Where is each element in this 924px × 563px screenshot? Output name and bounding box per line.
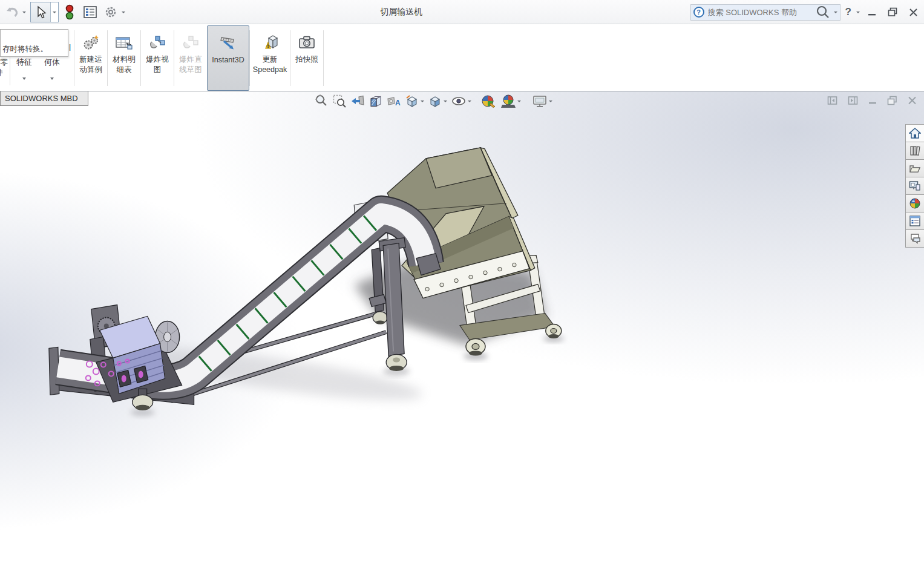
command-list-button[interactable] bbox=[82, 3, 99, 21]
chip-conveyor-model[interactable] bbox=[0, 91, 924, 563]
view-orientation-button[interactable] bbox=[404, 93, 425, 109]
minimize-button[interactable] bbox=[863, 3, 880, 21]
ribbon-button-explode-line-sketch: 爆炸直 线草图 bbox=[174, 25, 207, 91]
caret-down-icon[interactable] bbox=[421, 100, 424, 102]
appearance-sphere-icon bbox=[481, 94, 497, 108]
monitor-icon bbox=[532, 94, 548, 108]
instant3d-icon bbox=[218, 32, 238, 55]
minimize-document-button[interactable] bbox=[868, 96, 877, 105]
select-tool-button[interactable] bbox=[30, 2, 59, 22]
zoom-to-area-button[interactable] bbox=[332, 93, 347, 109]
task-pane-tabs bbox=[905, 125, 924, 248]
taskpane-tab-custom-properties[interactable] bbox=[905, 212, 924, 230]
zoom-to-fit-button[interactable] bbox=[313, 93, 329, 109]
ribbon-button-update-speedpak[interactable]: 更新 Speedpak bbox=[250, 25, 290, 91]
home-icon bbox=[909, 127, 921, 139]
collapse-pane-left-button[interactable] bbox=[827, 96, 837, 105]
list-icon bbox=[84, 6, 97, 18]
ribbon-button-instant3d[interactable]: Instant3D bbox=[207, 25, 249, 91]
ribbon-button-bill-of-materials[interactable]: 材料明 细表 bbox=[108, 25, 140, 91]
restore-document-button[interactable] bbox=[887, 96, 897, 105]
select-tool-dropdown[interactable] bbox=[50, 2, 58, 22]
undo-icon bbox=[5, 5, 19, 19]
properties-form-icon bbox=[909, 215, 921, 227]
zoom-to-area-icon bbox=[332, 94, 347, 108]
search-input[interactable] bbox=[708, 8, 812, 17]
search-dropdown-caret-icon[interactable] bbox=[834, 12, 837, 13]
books-icon bbox=[909, 145, 921, 157]
undo-button[interactable] bbox=[4, 3, 21, 21]
annotation-letter: A bbox=[395, 99, 401, 107]
section-view-icon bbox=[369, 94, 383, 108]
previous-view-button[interactable] bbox=[350, 93, 365, 109]
search-icon[interactable] bbox=[816, 5, 830, 19]
cursor-arrow-icon bbox=[31, 2, 50, 22]
taskpane-tab-file-explorer[interactable] bbox=[905, 159, 924, 177]
help-search-box[interactable]: ? bbox=[690, 4, 840, 21]
taskpane-tab-design-library[interactable] bbox=[905, 142, 924, 160]
speedpak-icon bbox=[260, 31, 280, 54]
ribbon-button-exploded-view[interactable]: 爆炸视 图 bbox=[141, 25, 174, 91]
view-palette-icon bbox=[909, 180, 921, 192]
appearances-sphere-icon bbox=[909, 197, 921, 209]
camera-icon bbox=[297, 31, 316, 54]
gear-icon bbox=[103, 5, 118, 19]
quick-access-toolbar bbox=[4, 0, 128, 24]
ribbon-button-new-motion-study[interactable]: 新建运 动算例 bbox=[74, 25, 107, 91]
caret-down-icon bbox=[22, 77, 26, 80]
previous-view-icon bbox=[350, 94, 365, 108]
display-style-button[interactable] bbox=[427, 93, 448, 109]
caret-down-icon[interactable] bbox=[517, 100, 521, 102]
collapse-pane-right-button[interactable] bbox=[848, 96, 858, 105]
help-circle-icon: ? bbox=[693, 7, 704, 18]
document-window-controls bbox=[827, 96, 917, 105]
eye-icon bbox=[451, 94, 467, 108]
command-manager-ribbon: 零 件 特征 何体 bbox=[0, 25, 924, 91]
taskpane-tab-view-palette[interactable] bbox=[905, 177, 924, 195]
options-dropdown[interactable] bbox=[119, 3, 128, 21]
traffic-light-icon bbox=[65, 4, 74, 21]
caret-down-icon bbox=[53, 12, 56, 13]
explode-line-sketch-icon bbox=[181, 31, 200, 54]
clipped-text-fragment: l bbox=[69, 43, 71, 53]
caret-down-icon[interactable] bbox=[549, 100, 552, 102]
close-document-button[interactable] bbox=[908, 96, 917, 105]
bom-table-icon bbox=[114, 31, 134, 54]
help-button[interactable]: ? bbox=[844, 6, 853, 18]
motion-study-icon bbox=[81, 31, 100, 54]
caret-down-icon[interactable] bbox=[468, 100, 471, 102]
caster-wheel[interactable] bbox=[466, 338, 485, 355]
hide-show-items-button[interactable] bbox=[450, 93, 472, 109]
tab-solidworks-mbd[interactable]: SOLIDWORKS MBD bbox=[0, 91, 88, 106]
undo-dropdown[interactable] bbox=[21, 3, 28, 21]
ribbon-button-take-snapshot[interactable]: 拍快照 bbox=[290, 25, 323, 91]
caret-down-icon bbox=[50, 77, 54, 80]
options-button[interactable] bbox=[102, 3, 119, 21]
taskpane-tab-forum[interactable] bbox=[905, 229, 924, 248]
headsup-view-toolbar: A bbox=[313, 93, 553, 109]
window-title: 切屑输送机 bbox=[380, 0, 422, 24]
view-orientation-icon bbox=[405, 94, 419, 108]
section-view-button[interactable] bbox=[368, 93, 384, 109]
caret-down-icon bbox=[22, 12, 26, 13]
edit-appearance-button[interactable] bbox=[480, 93, 497, 109]
restore-button[interactable] bbox=[884, 3, 901, 21]
close-button[interactable] bbox=[905, 3, 922, 21]
interference-detection-button[interactable] bbox=[61, 3, 78, 21]
tooltip-popup: 存时将转换。 bbox=[0, 29, 68, 57]
apply-scene-button[interactable] bbox=[500, 93, 522, 109]
caret-down-icon[interactable] bbox=[444, 100, 447, 102]
taskpane-tab-home[interactable] bbox=[905, 124, 924, 142]
conveyor-legs[interactable] bbox=[369, 238, 407, 371]
titlebar: 切屑输送机 ? ? bbox=[0, 0, 924, 24]
graphics-viewport[interactable]: A bbox=[0, 91, 924, 563]
view-settings-button[interactable] bbox=[531, 93, 553, 109]
annotation-views-icon: A bbox=[387, 94, 401, 108]
taskpane-tab-appearances-scenes[interactable] bbox=[905, 194, 924, 212]
display-style-icon bbox=[428, 94, 442, 108]
dynamic-annotation-views-button[interactable]: A bbox=[386, 93, 402, 109]
zoom-to-fit-icon bbox=[314, 94, 329, 108]
scene-icon bbox=[500, 94, 516, 108]
chat-bubbles-icon bbox=[909, 232, 921, 245]
help-dropdown-caret-icon[interactable] bbox=[856, 12, 860, 13]
